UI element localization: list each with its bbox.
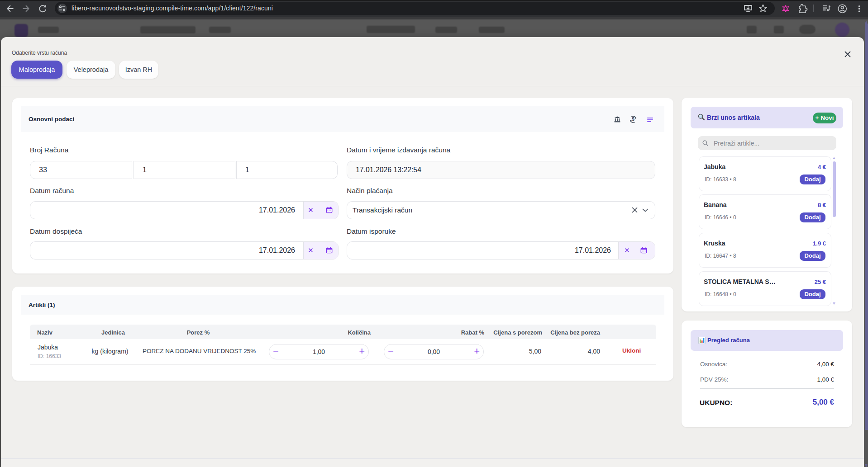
svg-text:$: $	[632, 117, 634, 122]
